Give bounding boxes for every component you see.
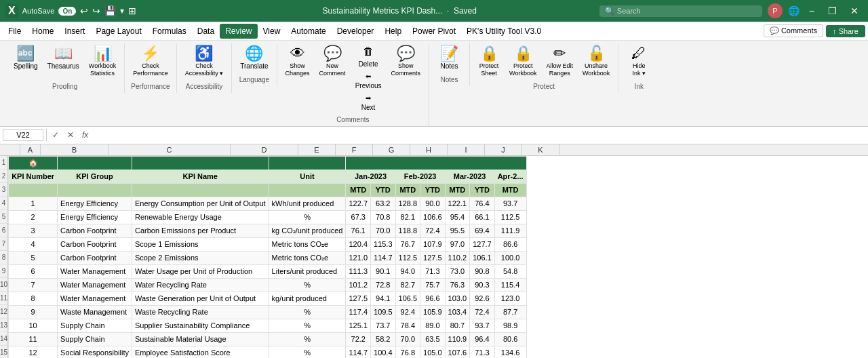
table-row-10[interactable]: 7 Water Management Water Recycling Rate … — [9, 278, 526, 292]
cell-7e[interactable]: 120.4 — [346, 237, 371, 251]
cell-8g[interactable]: 112.5 — [395, 251, 420, 264]
cell-9e[interactable]: 111.3 — [346, 264, 371, 278]
cell-11j[interactable]: 92.6 — [470, 292, 495, 305]
cell-9h[interactable]: 71.3 — [420, 264, 446, 278]
cell-3d[interactable] — [269, 183, 346, 197]
cell-10c[interactable]: Water Recycling Rate — [132, 278, 269, 292]
cell-14j[interactable]: 96.4 — [470, 332, 495, 346]
cell-6e[interactable]: 76.1 — [346, 224, 371, 237]
cell-9f[interactable]: 90.1 — [371, 264, 396, 278]
cell-14e[interactable]: 72.2 — [346, 332, 371, 346]
cell-11b[interactable]: Water Management — [58, 292, 132, 305]
cell-7c[interactable]: Scope 1 Emissions — [132, 237, 269, 251]
cell-10i[interactable]: 76.3 — [445, 278, 470, 292]
table-row-1[interactable]: 🏠 — [9, 156, 526, 170]
cell-4i[interactable]: 122.1 — [445, 197, 470, 210]
cell-7h[interactable]: 107.9 — [420, 237, 446, 251]
cell-4d[interactable]: kWh/unit produced — [269, 197, 346, 210]
cell-4j[interactable]: 76.4 — [470, 197, 495, 210]
quick-save-icon[interactable]: 💾 — [104, 5, 116, 16]
cell-3a[interactable] — [9, 183, 58, 197]
cell-15i[interactable]: 107.6 — [445, 346, 470, 358]
cell-15a[interactable]: 12 — [9, 346, 58, 358]
undo-icon[interactable]: ↩ — [80, 5, 88, 16]
cell-12e[interactable]: 117.4 — [346, 305, 371, 319]
cell-6b[interactable]: Carbon Footprint — [58, 224, 132, 237]
cell-10j[interactable]: 90.3 — [470, 278, 495, 292]
cell-9d[interactable]: Liters/unit produced — [269, 264, 346, 278]
menu-formulas[interactable]: Formulas — [147, 24, 192, 39]
cell-5c[interactable]: Renewable Energy Usage — [132, 210, 269, 224]
cell-reference-input[interactable] — [3, 129, 43, 141]
checkmark-icon[interactable]: ✓ — [50, 130, 62, 140]
cell-5d[interactable]: % — [269, 210, 346, 224]
cell-14h[interactable]: 63.5 — [420, 332, 446, 346]
ribbon-display-icon[interactable]: 🌐 — [788, 5, 800, 16]
cell-4a[interactable]: 1 — [9, 197, 58, 210]
cell-6j[interactable]: 69.4 — [470, 224, 495, 237]
cell-5k[interactable]: 112.5 — [494, 210, 526, 224]
cell-4k[interactable]: 93.7 — [494, 197, 526, 210]
col-header-g[interactable]: G — [373, 144, 410, 155]
cell-8j[interactable]: 106.1 — [470, 251, 495, 264]
cell-8b[interactable]: Carbon Footprint — [58, 251, 132, 264]
cell-6f[interactable]: 70.0 — [371, 224, 396, 237]
delete-button[interactable]: 🗑 Delete — [351, 43, 386, 70]
col-header-k[interactable]: K — [522, 144, 559, 155]
menu-developer[interactable]: Developer — [332, 24, 380, 39]
cell-7j[interactable]: 127.7 — [470, 237, 495, 251]
cell-13g[interactable]: 78.4 — [395, 319, 420, 332]
menu-file[interactable]: File — [3, 24, 26, 39]
cell-7d[interactable]: Metric tons CO₂e — [269, 237, 346, 251]
cell-7a[interactable]: 4 — [9, 237, 58, 251]
table-row-15[interactable]: 12 Social Responsibility Employee Satisf… — [9, 346, 526, 358]
table-row-9[interactable]: 6 Water Management Water Usage per Unit … — [9, 264, 526, 278]
cell-15b[interactable]: Social Responsibility — [58, 346, 132, 358]
cell-8f[interactable]: 114.7 — [371, 251, 396, 264]
col-header-e[interactable]: E — [298, 144, 336, 155]
cell-13b[interactable]: Supply Chain — [58, 319, 132, 332]
search-box[interactable]: 🔍 — [599, 5, 762, 17]
menu-home[interactable]: Home — [26, 24, 59, 39]
protect-workbook-button[interactable]: 🔒 ProtectWorkbook — [505, 43, 540, 80]
check-performance-button[interactable]: ⚡ CheckPerformance — [129, 43, 172, 80]
cell-9a[interactable]: 6 — [9, 264, 58, 278]
table-row-2[interactable]: KPI Number KPI Group KPI Name Unit Jan-2… — [9, 170, 526, 183]
cell-11k[interactable]: 123.0 — [494, 292, 526, 305]
menu-automate[interactable]: Automate — [285, 24, 331, 39]
check-accessibility-button[interactable]: ♿ CheckAccessibility ▾ — [181, 43, 228, 80]
menu-pk-utility[interactable]: PK's Utility Tool V3.0 — [461, 24, 547, 39]
cell-1c[interactable] — [132, 156, 269, 170]
workbook-statistics-button[interactable]: 📊 WorkbookStatistics — [85, 43, 120, 80]
cell-4g[interactable]: 128.8 — [395, 197, 420, 210]
cell-6d[interactable]: kg CO₂/unit produced — [269, 224, 346, 237]
translate-button[interactable]: 🌐 Translate — [236, 43, 272, 73]
cell-6g[interactable]: 118.8 — [395, 224, 420, 237]
cell-10g[interactable]: 82.7 — [395, 278, 420, 292]
cell-2a[interactable]: KPI Number — [9, 170, 58, 183]
user-avatar[interactable]: P — [768, 3, 783, 18]
function-icon[interactable]: fx — [79, 130, 91, 140]
cell-5h[interactable]: 106.6 — [420, 210, 446, 224]
cell-6a[interactable]: 3 — [9, 224, 58, 237]
search-input[interactable] — [617, 7, 757, 15]
col-header-i[interactable]: I — [448, 144, 485, 155]
cell-5i[interactable]: 95.4 — [445, 210, 470, 224]
table-row-3[interactable]: MTD YTD MTD YTD MTD YTD MTD — [9, 183, 526, 197]
cell-11g[interactable]: 106.5 — [395, 292, 420, 305]
cell-15f[interactable]: 100.4 — [371, 346, 396, 358]
cell-11a[interactable]: 8 — [9, 292, 58, 305]
cell-11i[interactable]: 103.0 — [445, 292, 470, 305]
cell-11f[interactable]: 94.1 — [371, 292, 396, 305]
cell-12a[interactable]: 9 — [9, 305, 58, 319]
cell-10e[interactable]: 101.2 — [346, 278, 371, 292]
cell-15d[interactable]: % — [269, 346, 346, 358]
menu-page-layout[interactable]: Page Layout — [90, 24, 146, 39]
cell-7b[interactable]: Carbon Footprint — [58, 237, 132, 251]
cell-14d[interactable]: % — [269, 332, 346, 346]
cell-12b[interactable]: Waste Management — [58, 305, 132, 319]
allow-edit-ranges-button[interactable]: ✏ Allow EditRanges — [542, 43, 577, 80]
cell-14a[interactable]: 11 — [9, 332, 58, 346]
cell-8i[interactable]: 110.2 — [445, 251, 470, 264]
cell-4c[interactable]: Energy Consumption per Unit of Output — [132, 197, 269, 210]
